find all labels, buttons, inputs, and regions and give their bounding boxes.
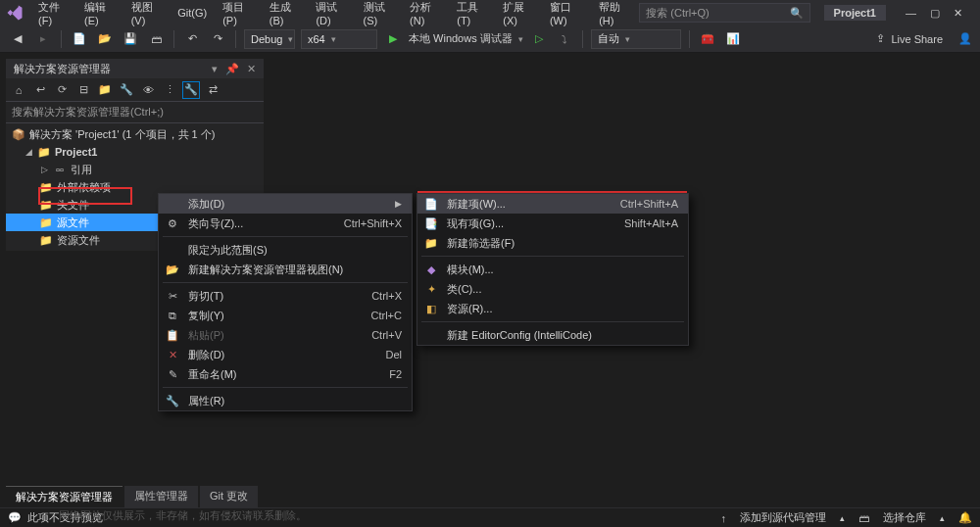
panel-close-icon[interactable]: ✕ — [247, 63, 256, 75]
menu-help[interactable]: 帮助(H) — [592, 0, 637, 30]
ctx-class[interactable]: ✦类(C)... — [417, 279, 688, 299]
nav-back-icon[interactable]: ◀ — [8, 29, 27, 49]
menu-build[interactable]: 生成(B) — [263, 0, 308, 30]
bell-icon[interactable]: 🔔 — [958, 511, 972, 524]
ctx-scope[interactable]: 限定为此范围(S) — [159, 240, 412, 260]
ctx-module[interactable]: ◆模块(M)... — [417, 260, 688, 279]
ctx-paste: 📋粘贴(P)Ctrl+V — [159, 325, 412, 345]
watermark: 网络图片仅供展示，非存储，如有侵权请联系删除。 — [59, 508, 307, 523]
tab-property-manager[interactable]: 属性管理器 — [124, 486, 198, 507]
nav-fwd-icon[interactable]: ▸ — [33, 29, 53, 49]
project-icon: 📁 — [37, 145, 51, 159]
redo-icon[interactable]: ↷ — [208, 29, 227, 49]
select-repo[interactable]: 选择仓库 — [883, 510, 926, 525]
tab-solution-explorer[interactable]: 解决方案资源管理器 — [6, 486, 122, 507]
ctx-existing-item[interactable]: 📑现有项(G)...Shift+Alt+A — [417, 214, 688, 233]
ctx-properties[interactable]: 🔧属性(R) — [159, 391, 412, 410]
minimize-icon[interactable]: — — [906, 7, 916, 20]
share-icon: ⇪ — [876, 32, 885, 45]
references-node[interactable]: ▷▫▫引用 — [6, 161, 264, 178]
add-to-source-control[interactable]: 添加到源代码管理 — [740, 510, 826, 525]
menu-file[interactable]: 文件(F) — [31, 0, 75, 30]
paste-icon: 📋 — [165, 329, 180, 342]
tab-git-changes[interactable]: Git 更改 — [200, 486, 258, 507]
wrench-icon[interactable]: 🔧 — [182, 81, 200, 99]
bottom-tabs: 解决方案资源管理器 属性管理器 Git 更改 — [6, 486, 258, 507]
step-icon[interactable]: ⤵ — [555, 29, 574, 49]
save-all-icon[interactable]: 🗃 — [146, 29, 166, 49]
menu-window[interactable]: 窗口(W) — [543, 0, 590, 30]
module-icon: ◆ — [423, 264, 439, 276]
collapse-icon[interactable]: ⊟ — [74, 81, 92, 99]
back-icon[interactable]: ↩ — [31, 81, 49, 99]
search-box[interactable]: 搜索 (Ctrl+Q) 🔍 — [639, 3, 809, 23]
live-share[interactable]: ⇪ Live Share 👤 — [876, 32, 972, 45]
solution-icon: 📦 — [12, 127, 25, 141]
search-placeholder: 搜索 (Ctrl+Q) — [646, 6, 709, 21]
menu-project[interactable]: 项目(P) — [216, 0, 261, 30]
panel-search[interactable]: 搜索解决方案资源管理器(Ctrl+;) — [6, 102, 264, 123]
cut-icon: ✂ — [165, 290, 180, 303]
sync-icon[interactable]: ⟳ — [53, 81, 71, 99]
menu-analyze[interactable]: 分析(N) — [403, 0, 448, 30]
existing-icon: 📑 — [423, 217, 439, 230]
ctx-new-filter[interactable]: 📁新建筛选器(F) — [417, 233, 688, 253]
refs-icon: ▫▫ — [53, 163, 67, 176]
menu-extensions[interactable]: 扩展(X) — [496, 0, 541, 30]
pin-icon[interactable]: 📌 — [225, 63, 239, 75]
ctx-add[interactable]: 添加(D)▶ — [159, 194, 412, 214]
folder-icon: 📁 — [39, 233, 53, 247]
switch-icon[interactable]: ⇄ — [204, 81, 221, 99]
group-icon[interactable]: ⋮ — [161, 81, 178, 99]
copy-icon: ⧉ — [165, 310, 180, 322]
ctx-new-view[interactable]: 📂新建解决方案资源管理器视图(N) — [159, 260, 412, 279]
home-icon[interactable]: ⌂ — [10, 81, 27, 99]
ctx-copy[interactable]: ⧉复制(Y)Ctrl+C — [159, 306, 412, 325]
undo-icon[interactable]: ↶ — [182, 29, 202, 49]
vs-logo-icon — [6, 3, 24, 23]
menu-view[interactable]: 视图(V) — [124, 0, 170, 30]
auto-dropdown[interactable]: 自动▾ — [591, 29, 681, 49]
config-dropdown[interactable]: Debug▾ — [244, 29, 295, 49]
dropdown-icon[interactable]: ▾ — [212, 63, 218, 75]
ctx-rename[interactable]: ✎重命名(M)F2 — [159, 364, 412, 384]
newitem-icon: 📄 — [423, 198, 439, 211]
resource-icon: ◧ — [423, 303, 439, 315]
save-icon[interactable]: 💾 — [121, 29, 140, 49]
start-debug-icon[interactable]: ▶ — [383, 29, 403, 49]
menu-tools[interactable]: 工具(T) — [450, 0, 494, 30]
showall-icon[interactable]: 📁 — [96, 81, 114, 99]
ctx-class-wizard[interactable]: ⚙类向导(Z)...Ctrl+Shift+X — [159, 214, 412, 233]
ctx-resource[interactable]: ◧资源(R)... — [417, 299, 688, 318]
preview-icon[interactable]: 👁 — [139, 81, 157, 99]
repo-icon[interactable]: 🗃 — [858, 512, 869, 524]
folder-icon: 📁 — [39, 216, 53, 229]
maximize-icon[interactable]: ▢ — [930, 7, 940, 20]
panel-toolbar: ⌂ ↩ ⟳ ⊟ 📁 🔧 👁 ⋮ 🔧 ⇄ — [6, 78, 264, 102]
platform-dropdown[interactable]: x64▾ — [301, 29, 377, 49]
open-icon[interactable]: 📂 — [95, 29, 115, 49]
diag-icon[interactable]: 📊 — [723, 29, 743, 49]
delete-icon: ✕ — [165, 349, 180, 361]
ctx-cut[interactable]: ✂剪切(T)Ctrl+X — [159, 286, 412, 306]
close-icon[interactable]: ✕ — [954, 7, 962, 20]
menu-git[interactable]: Git(G) — [171, 3, 214, 23]
start-nodebug-icon[interactable]: ▷ — [529, 29, 549, 49]
menu-edit[interactable]: 编辑(E) — [77, 0, 122, 30]
project-node[interactable]: ◢📁Project1 — [6, 143, 264, 161]
new-file-icon[interactable]: 📄 — [70, 29, 89, 49]
menu-debug[interactable]: 调试(D) — [309, 0, 354, 30]
properties-icon[interactable]: 🔧 — [118, 81, 135, 99]
solution-node[interactable]: 📦解决方案 'Project1' (1 个项目，共 1 个) — [6, 125, 264, 143]
toolbox-icon[interactable]: 🧰 — [698, 29, 717, 49]
ctx-new-item[interactable]: 📄新建项(W)...Ctrl+Shift+A — [417, 194, 688, 214]
context-menu: 添加(D)▶ ⚙类向导(Z)...Ctrl+Shift+X 限定为此范围(S) … — [158, 193, 413, 411]
menu-test[interactable]: 测试(S) — [357, 0, 402, 30]
ctx-delete[interactable]: ✕删除(D)Del — [159, 345, 412, 364]
debugger-label[interactable]: 本地 Windows 调试器 — [409, 31, 513, 46]
filter-icon: 📁 — [423, 237, 439, 250]
ctx-editorconfig[interactable]: 新建 EditorConfig (IntelliCode) — [417, 325, 688, 345]
source-control-up-icon[interactable]: ↑ — [721, 512, 727, 524]
context-submenu-add: 📄新建项(W)...Ctrl+Shift+A 📑现有项(G)...Shift+A… — [416, 193, 689, 346]
menubar: 文件(F) 编辑(E) 视图(V) Git(G) 项目(P) 生成(B) 调试(… — [0, 0, 980, 25]
